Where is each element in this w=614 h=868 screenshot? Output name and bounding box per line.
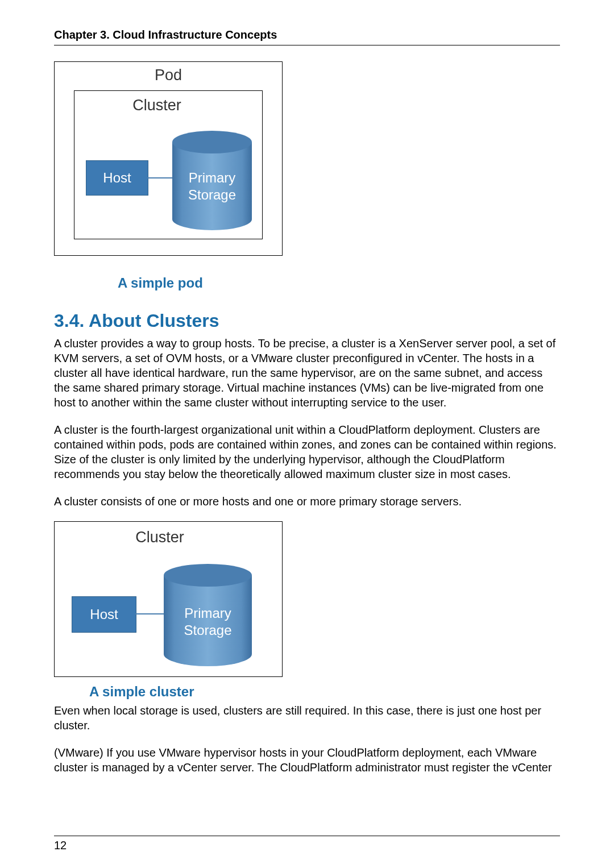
page-number: 12 [54, 839, 67, 852]
connector-line-2 [135, 613, 165, 614]
cluster-caption: A simple cluster [89, 684, 560, 700]
storage-line1: Primary [189, 170, 236, 185]
cluster-title: Cluster [38, 529, 282, 546]
pod-diagram: Pod Cluster Host Primary Storage [54, 61, 283, 256]
footer-rule [54, 836, 560, 836]
para1: A cluster provides a way to group hosts.… [54, 336, 560, 410]
host-label: Host [103, 170, 131, 186]
storage-line2: Storage [188, 187, 236, 202]
storage-cylinder: Primary Storage [172, 131, 252, 230]
storage2-line2: Storage [184, 622, 231, 638]
storage2-line1: Primary [184, 605, 231, 621]
storage-cylinder-2: Primary Storage [164, 564, 252, 666]
para4: Even when local storage is used, cluster… [54, 703, 560, 733]
host-label-2: Host [90, 607, 118, 622]
pod-title: Pod [55, 67, 282, 84]
chapter-header: Chapter 3. Cloud Infrastructure Concepts [54, 28, 560, 45]
para3: A cluster consists of one or more hosts … [54, 494, 560, 509]
page: Chapter 3. Cloud Infrastructure Concepts… [0, 0, 614, 868]
para5: (VMware) If you use VMware hypervisor ho… [54, 745, 560, 775]
para2: A cluster is the fourth-largest organiza… [54, 422, 560, 481]
section-heading: 3.4. About Clusters [54, 310, 560, 331]
connector-line [147, 177, 175, 178]
host-box-2: Host [72, 596, 136, 633]
cluster-box: Cluster Host Primary Storage [74, 90, 263, 239]
host-box: Host [86, 160, 148, 196]
cluster-title-inner: Cluster [52, 97, 262, 114]
pod-caption: A simple pod [118, 275, 560, 291]
cluster-diagram: Cluster Host Primary Storage [54, 521, 283, 677]
